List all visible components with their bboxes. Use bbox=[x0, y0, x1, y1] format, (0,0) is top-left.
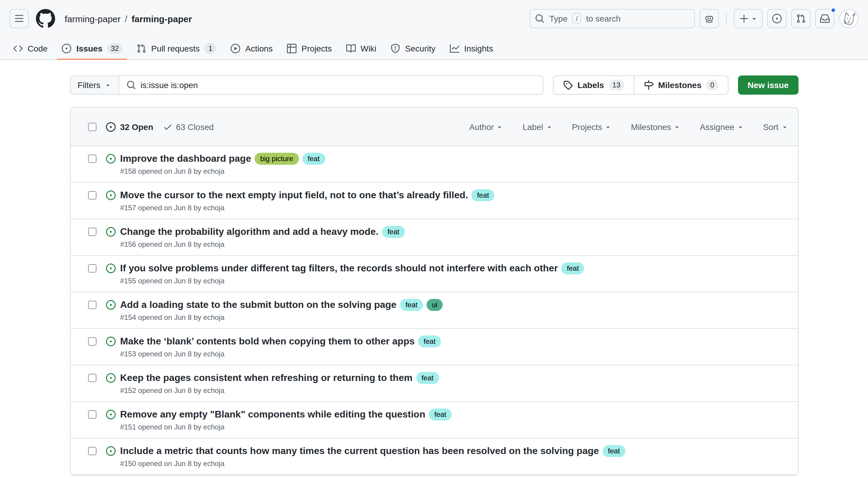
inbox-wrap bbox=[815, 9, 834, 28]
caret-down-icon bbox=[546, 123, 553, 130]
label-feat[interactable]: feat bbox=[418, 336, 441, 347]
tab-issues[interactable]: Issues 32 bbox=[57, 37, 127, 59]
milestones-button[interactable]: Milestones 0 bbox=[633, 75, 728, 95]
avatar[interactable] bbox=[839, 9, 859, 28]
issue-select-checkbox[interactable] bbox=[88, 191, 96, 199]
label-feat[interactable]: feat bbox=[382, 226, 405, 238]
issues-content: Filters Labels 13 Milestones 0 bbox=[70, 60, 798, 476]
tab-security[interactable]: Security bbox=[386, 37, 440, 59]
shield-icon bbox=[391, 43, 400, 53]
author-filter-dropdown[interactable]: Author bbox=[460, 122, 513, 131]
github-mark-icon bbox=[36, 9, 55, 28]
issue-title[interactable]: Add a loading state to the submit button… bbox=[120, 298, 397, 312]
projects-filter-dropdown[interactable]: Projects bbox=[562, 122, 621, 131]
tab-code[interactable]: Code bbox=[8, 37, 53, 59]
labels-milestones-group: Labels 13 Milestones 0 bbox=[553, 75, 728, 95]
tab-actions[interactable]: Actions bbox=[226, 37, 278, 59]
issue-title[interactable]: Change the probability algorithm and add… bbox=[120, 225, 378, 238]
global-issues-button[interactable] bbox=[767, 9, 786, 28]
issue-select-checkbox[interactable] bbox=[88, 264, 96, 273]
issue-opened-icon bbox=[106, 446, 115, 456]
github-logo[interactable] bbox=[36, 9, 55, 28]
issue-title[interactable]: Remove any empty "Blank" components whil… bbox=[120, 408, 425, 421]
issue-select-checkbox[interactable] bbox=[88, 374, 96, 382]
issue-meta: #157 opened on Jun 8 by echoja bbox=[120, 204, 495, 212]
assignee-filter-dropdown[interactable]: Assignee bbox=[690, 122, 753, 131]
label-filter-dropdown[interactable]: Label bbox=[513, 122, 562, 131]
label-feat[interactable]: feat bbox=[472, 189, 495, 201]
issue-title[interactable]: Include a metric that counts how many ti… bbox=[120, 444, 599, 458]
labels-label: Labels bbox=[578, 80, 604, 90]
issue-labels: big picturefeat bbox=[251, 153, 325, 165]
label-feat[interactable]: feat bbox=[416, 372, 439, 384]
label-feat[interactable]: feat bbox=[400, 299, 423, 311]
label-feat[interactable]: feat bbox=[602, 445, 625, 457]
copilot-button[interactable] bbox=[700, 9, 719, 28]
issue-select-checkbox[interactable] bbox=[88, 447, 96, 455]
label-feat[interactable]: feat bbox=[302, 153, 325, 165]
label-big-picture[interactable]: big picture bbox=[255, 153, 299, 165]
issues-list-header: 32 Open 63 Closed Author Label bbox=[70, 108, 798, 146]
issue-labels: featui bbox=[397, 299, 443, 311]
label-feat[interactable]: feat bbox=[429, 409, 452, 420]
issue-title-line: Remove any empty "Blank" components whil… bbox=[120, 408, 452, 421]
issue-select-checkbox[interactable] bbox=[88, 337, 96, 346]
app-header: farming-paper / farming-paper Type / to … bbox=[0, 0, 868, 37]
issue-select-checkbox[interactable] bbox=[88, 301, 96, 309]
sort-dropdown[interactable]: Sort bbox=[753, 122, 788, 131]
issue-title-line: Keep the pages consistent when refreshin… bbox=[120, 371, 439, 385]
caret-down-icon bbox=[737, 123, 744, 130]
issue-opened-icon bbox=[106, 300, 115, 310]
issue-row: Move the cursor to the next empty input … bbox=[70, 183, 798, 219]
open-issues-toggle[interactable]: 32 Open bbox=[106, 122, 153, 131]
issue-opened-icon bbox=[106, 373, 115, 383]
label-ui[interactable]: ui bbox=[427, 299, 443, 311]
issue-opened-icon bbox=[106, 122, 115, 131]
issue-row: Add a loading state to the submit button… bbox=[70, 292, 798, 329]
book-icon bbox=[346, 43, 356, 53]
filters-dropdown-button[interactable]: Filters bbox=[70, 75, 118, 95]
milestones-filter-dropdown[interactable]: Milestones bbox=[621, 122, 690, 131]
issue-title[interactable]: Move the cursor to the next empty input … bbox=[120, 189, 468, 202]
caret-down-icon bbox=[104, 82, 111, 89]
issues-search-input[interactable] bbox=[141, 80, 535, 90]
issue-select-checkbox[interactable] bbox=[88, 228, 96, 236]
label-feat[interactable]: feat bbox=[562, 262, 584, 274]
global-pull-requests-button[interactable] bbox=[791, 9, 810, 28]
issues-toolbar: Filters Labels 13 Milestones 0 bbox=[70, 75, 798, 95]
open-count-label: 32 Open bbox=[120, 122, 153, 131]
issue-title-line: Move the cursor to the next empty input … bbox=[120, 189, 495, 202]
issue-meta: #152 opened on Jun 8 by echoja bbox=[120, 386, 439, 395]
tab-projects[interactable]: Projects bbox=[282, 37, 337, 59]
issue-opened-icon bbox=[106, 337, 115, 346]
issue-main: Include a metric that counts how many ti… bbox=[120, 444, 625, 468]
breadcrumb-repo[interactable]: farming-paper bbox=[131, 13, 192, 24]
issue-title[interactable]: Improve the dashboard page bbox=[120, 152, 251, 165]
issue-title[interactable]: If you solve problems under different ta… bbox=[120, 262, 558, 275]
breadcrumb: farming-paper / farming-paper bbox=[65, 13, 192, 24]
issue-main: Keep the pages consistent when refreshin… bbox=[120, 371, 439, 395]
caret-down-icon bbox=[673, 123, 681, 130]
copilot-icon bbox=[705, 14, 714, 23]
tab-pull-requests[interactable]: Pull requests 1 bbox=[132, 37, 221, 59]
create-new-button[interactable] bbox=[734, 9, 763, 28]
issue-select-checkbox[interactable] bbox=[88, 410, 96, 419]
labels-button[interactable]: Labels 13 bbox=[553, 75, 633, 95]
tab-wiki[interactable]: Wiki bbox=[341, 37, 381, 59]
tab-insights[interactable]: Insights bbox=[445, 37, 498, 59]
search-placeholder-prefix: Type bbox=[549, 14, 567, 23]
issue-title[interactable]: Keep the pages consistent when refreshin… bbox=[120, 371, 412, 385]
new-issue-button[interactable]: New issue bbox=[738, 75, 798, 95]
issue-title[interactable]: Make the ‘blank’ contents bold when copy… bbox=[120, 335, 414, 348]
breadcrumb-owner[interactable]: farming-paper bbox=[65, 13, 121, 24]
closed-issues-toggle[interactable]: 63 Closed bbox=[163, 122, 214, 131]
global-search-button[interactable]: Type / to search bbox=[530, 9, 695, 28]
issues-list-box: 32 Open 63 Closed Author Label bbox=[70, 107, 798, 476]
issue-select-checkbox[interactable] bbox=[88, 155, 96, 163]
plus-icon bbox=[739, 14, 748, 23]
issue-title-line: Improve the dashboard page big picturefe… bbox=[120, 152, 325, 165]
hamburger-menu-button[interactable] bbox=[9, 9, 29, 28]
caret-down-icon bbox=[605, 123, 612, 130]
issue-labels: feat bbox=[558, 262, 584, 274]
select-all-checkbox[interactable] bbox=[88, 123, 96, 131]
